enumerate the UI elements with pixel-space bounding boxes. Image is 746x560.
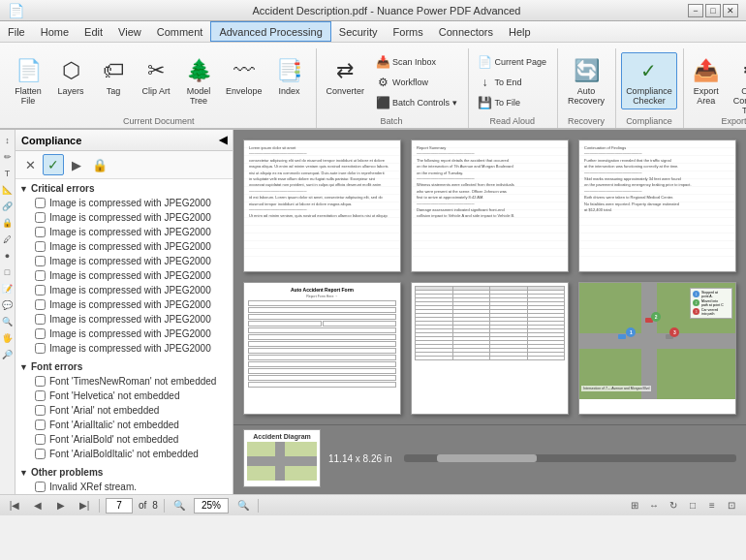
- menu-bar: File Home Edit View Comment Advanced Pro…: [0, 21, 746, 43]
- menu-advanced-processing[interactable]: Advanced Processing: [210, 21, 330, 42]
- fit-page-button[interactable]: ⊞: [626, 497, 643, 514]
- page-thumb-1[interactable]: Lorem ipsum dolor sit amet ─────────────…: [243, 140, 401, 272]
- zoom-out-button[interactable]: 🔍: [171, 497, 188, 514]
- left-icon-9[interactable]: □: [1, 265, 15, 279]
- left-icon-14[interactable]: 🔎: [1, 348, 15, 361]
- single-page-button[interactable]: □: [684, 497, 701, 514]
- batch-small-buttons: 📥 Scan Inbox ⚙ Workflow ⬛ Batch Controls…: [371, 52, 462, 112]
- menu-help[interactable]: Help: [501, 21, 539, 42]
- left-icon-2[interactable]: ✏: [1, 150, 15, 164]
- page-thumb-3[interactable]: Continuation of Findings ───────────────…: [578, 140, 736, 272]
- rotate-button[interactable]: ↻: [665, 497, 682, 514]
- left-icon-10[interactable]: 📝: [1, 282, 15, 296]
- page-number-input[interactable]: [106, 498, 133, 513]
- compliance-checkbox[interactable]: [35, 482, 46, 492]
- converter-button[interactable]: ⇄ Converter: [322, 52, 370, 100]
- compliance-checkbox[interactable]: [35, 227, 46, 237]
- menu-forms[interactable]: Forms: [386, 21, 431, 42]
- compliance-checkbox[interactable]: [35, 256, 46, 266]
- flatten-file-button[interactable]: 📄 FlattenFile: [8, 52, 48, 109]
- panel-check-button[interactable]: ✓: [43, 154, 64, 175]
- facing-pages-button[interactable]: ⊡: [723, 497, 740, 514]
- index-button[interactable]: 📑 Index: [269, 52, 310, 100]
- page-thumb-4[interactable]: Auto Accident Report Form Report Form He…: [243, 282, 401, 415]
- page-thumb-2[interactable]: Report Summary ───────────────────── The…: [411, 140, 569, 272]
- left-icon-1[interactable]: ↕: [1, 134, 15, 147]
- main-content: Lorem ipsum dolor sit amet ─────────────…: [233, 130, 746, 494]
- compliance-checkbox[interactable]: [35, 299, 46, 310]
- maximize-button[interactable]: □: [705, 4, 721, 17]
- left-icon-6[interactable]: 🔒: [1, 216, 15, 230]
- left-icon-8[interactable]: ●: [1, 249, 15, 263]
- auto-recovery-button[interactable]: 🔄 AutoRecovery: [563, 52, 609, 109]
- left-icon-4[interactable]: 📐: [1, 183, 15, 197]
- workflow-button[interactable]: ⚙ Workflow: [371, 73, 462, 92]
- model-tree-button[interactable]: 🌲 ModelTree: [178, 52, 219, 109]
- panel-play-button[interactable]: ▶: [66, 154, 87, 175]
- panel-lock-button[interactable]: 🔒: [89, 154, 110, 175]
- menu-home[interactable]: Home: [33, 21, 77, 42]
- compliance-checkbox[interactable]: [35, 198, 46, 208]
- callout-text-3: Car veeredinto path: [701, 308, 718, 316]
- menu-file[interactable]: File: [0, 21, 33, 42]
- td-18-3: [490, 357, 528, 360]
- compliance-checkbox[interactable]: [35, 270, 46, 281]
- to-end-button[interactable]: ↓ To End: [474, 73, 552, 92]
- panel-collapse-toggle[interactable]: ◀: [219, 134, 227, 146]
- fit-width-button[interactable]: ↔: [645, 497, 663, 514]
- current-page-button[interactable]: 📄 Current Page: [474, 52, 552, 72]
- compliance-checkbox[interactable]: [35, 390, 46, 401]
- envelope-button[interactable]: 〰 Envelope: [221, 52, 267, 100]
- left-icon-12[interactable]: 🔍: [1, 315, 15, 328]
- menu-edit[interactable]: Edit: [77, 21, 110, 42]
- page-content-2: Report Summary ───────────────────── The…: [412, 140, 568, 257]
- batch-controls-button[interactable]: ⬛ Batch Controls ▾: [371, 93, 462, 112]
- compliance-checkbox[interactable]: [35, 420, 46, 430]
- zoom-input[interactable]: [194, 498, 229, 513]
- clip-art-button[interactable]: ✂ Clip Art: [136, 52, 176, 100]
- left-icon-7[interactable]: 🖊: [1, 233, 15, 246]
- nav-last-button[interactable]: ▶|: [76, 497, 93, 514]
- critical-errors-header[interactable]: ▼ Critical errors: [16, 181, 233, 196]
- menu-comment[interactable]: Comment: [149, 21, 211, 42]
- horizontal-scrollbar[interactable]: [404, 454, 736, 462]
- left-icon-3[interactable]: T: [1, 167, 15, 180]
- layers-button[interactable]: ⬡ Layers: [50, 52, 91, 100]
- menu-connectors[interactable]: Connectors: [431, 21, 501, 42]
- to-file-button[interactable]: 💾 To File: [474, 93, 552, 112]
- zoom-in-button[interactable]: 🔍: [234, 497, 252, 514]
- page-thumb-5[interactable]: 5: [411, 282, 569, 415]
- export-area-button[interactable]: 📤 ExportArea: [689, 52, 724, 109]
- other-converter-tools-button[interactable]: ⚙ Other ConverterTools: [726, 52, 746, 119]
- compliance-checkbox[interactable]: [35, 314, 46, 325]
- left-icon-5[interactable]: 🔗: [1, 200, 15, 213]
- other-problems-header[interactable]: ▼ Other problems: [16, 465, 233, 480]
- tag-button[interactable]: 🏷 Tag: [93, 52, 134, 100]
- compliance-checkbox[interactable]: [35, 212, 46, 223]
- close-button[interactable]: ✕: [723, 4, 738, 17]
- nav-first-button[interactable]: |◀: [6, 497, 23, 514]
- menu-security[interactable]: Security: [331, 21, 386, 42]
- left-icon-11[interactable]: 💬: [1, 298, 15, 312]
- compliance-checkbox[interactable]: [35, 405, 46, 416]
- panel-close-button[interactable]: ✕: [19, 154, 41, 175]
- menu-view[interactable]: View: [110, 21, 149, 42]
- compliance-checkbox[interactable]: [35, 285, 46, 296]
- page-thumb-6[interactable]: 1 2 3 1 Stopped atpoint A. 2 Moved intop…: [578, 282, 736, 415]
- compliance-item-text: Image is compressed with JPEG2000: [49, 197, 211, 209]
- compliance-checkbox[interactable]: [35, 434, 46, 445]
- nav-prev-button[interactable]: ◀: [29, 497, 47, 514]
- compliance-checkbox[interactable]: [35, 449, 46, 459]
- scan-inbox-button[interactable]: 📥 Scan Inbox: [371, 52, 462, 72]
- font-errors-header[interactable]: ▼ Font errors: [16, 359, 233, 374]
- continuous-button[interactable]: ≡: [703, 497, 721, 514]
- compliance-checkbox[interactable]: [35, 343, 46, 354]
- compliance-checkbox[interactable]: [35, 328, 46, 339]
- left-icon-13[interactable]: 🖐: [1, 331, 15, 345]
- compliance-checkbox[interactable]: [35, 376, 46, 387]
- compliance-checkbox[interactable]: [35, 241, 46, 252]
- minimize-button[interactable]: −: [688, 4, 703, 17]
- nav-next-button[interactable]: ▶: [52, 497, 70, 514]
- compliance-checker-button[interactable]: ✓ ComplianceChecker: [621, 52, 677, 109]
- compliance-item-text: Image is compressed with JPEG2000: [49, 255, 211, 267]
